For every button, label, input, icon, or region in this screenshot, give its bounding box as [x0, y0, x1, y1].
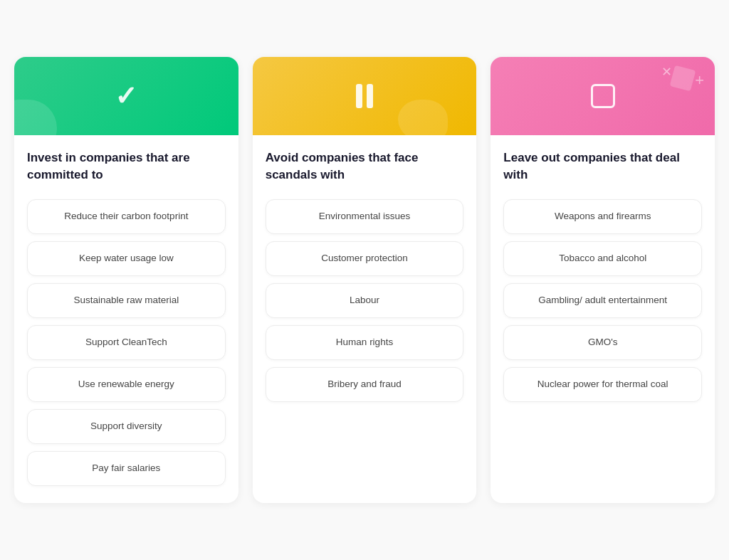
list-item[interactable]: GMO's [503, 325, 702, 360]
item-list-invest: Reduce their carbon footprintKeep water … [27, 199, 226, 485]
column-body-leave: Leave out companies that deal withWeapon… [491, 135, 715, 418]
list-item[interactable]: Weapons and firearms [503, 199, 702, 234]
main-container: Invest in companies that are committed t… [14, 57, 715, 502]
column-invest: Invest in companies that are committed t… [14, 57, 238, 502]
item-list-avoid: Environmental issuesCustomer protectionL… [266, 199, 464, 401]
column-body-avoid: Avoid companies that face scandals withE… [253, 135, 477, 418]
list-item[interactable]: Reduce their carbon footprint [27, 199, 226, 234]
column-leave: ✕+Leave out companies that deal withWeap… [491, 57, 715, 502]
list-item[interactable]: Bribery and fraud [266, 367, 464, 402]
list-item[interactable]: Sustainable raw material [27, 283, 226, 318]
list-item[interactable]: Labour [266, 283, 464, 318]
list-item[interactable]: Human rights [266, 325, 464, 360]
list-item[interactable]: Environmental issues [266, 199, 464, 234]
column-title-invest: Invest in companies that are committed t… [27, 149, 226, 185]
list-item[interactable]: Support diversity [27, 409, 226, 444]
plus-decoration: + [695, 71, 704, 90]
list-item[interactable]: Use renewable energy [27, 367, 226, 402]
x-decoration: ✕ [661, 64, 672, 80]
column-header-invest [14, 57, 238, 135]
list-item[interactable]: Customer protection [266, 241, 464, 276]
list-item[interactable]: Gambling/ adult entertainment [503, 283, 702, 318]
column-header-avoid [253, 57, 477, 135]
column-header-leave: ✕+ [491, 57, 715, 135]
column-avoid: Avoid companies that face scandals withE… [253, 57, 477, 502]
column-title-avoid: Avoid companies that face scandals with [266, 149, 464, 185]
square-icon [591, 84, 615, 108]
list-item[interactable]: Keep water usage low [27, 241, 226, 276]
pause-icon [356, 84, 373, 108]
column-body-invest: Invest in companies that are committed t… [14, 135, 238, 502]
column-title-leave: Leave out companies that deal with [503, 149, 702, 185]
list-item[interactable]: Nuclear power for thermal coal [503, 367, 702, 402]
list-item[interactable]: Tobacco and alcohol [503, 241, 702, 276]
item-list-leave: Weapons and firearmsTobacco and alcoholG… [503, 199, 702, 401]
list-item[interactable]: Support CleanTech [27, 325, 226, 360]
checkmark-icon [115, 80, 137, 112]
list-item[interactable]: Pay fair salaries [27, 451, 226, 486]
